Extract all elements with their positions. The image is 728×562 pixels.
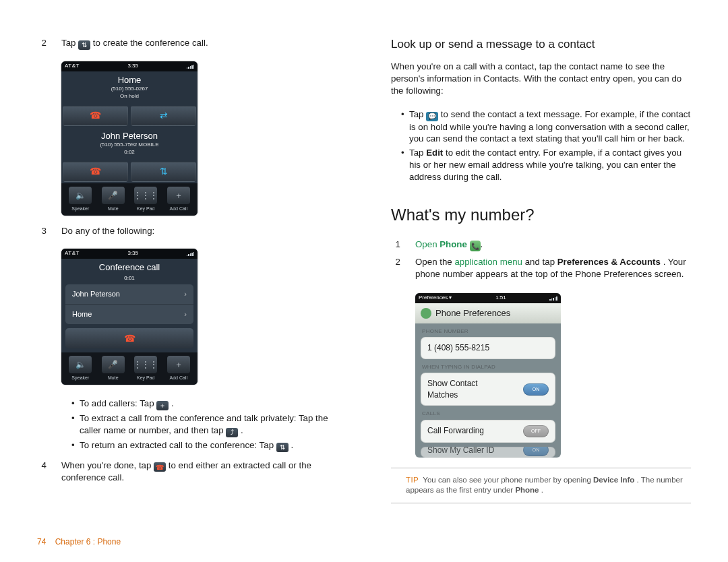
keypad-icon: ⋮⋮⋮ — [134, 187, 157, 204]
call-forwarding-row[interactable]: Call Forwarding OFF — [421, 420, 555, 443]
chevron-right-icon: › — [184, 289, 187, 299]
btn-label: Key Pad — [137, 375, 154, 381]
btn-label: Add Call — [170, 375, 187, 381]
mute-icon: 🎤 — [102, 187, 125, 204]
chat-icon: 💬 — [426, 112, 438, 121]
keypad-button[interactable]: ⋮⋮⋮Key Pad — [129, 187, 162, 212]
extract-call-icon: ⤴ — [226, 428, 238, 437]
phone-app-icon: 📞 — [470, 241, 481, 251]
row-label: Show My Caller ID — [427, 447, 494, 456]
step-body: Tap ⇅ to create the conference call. — [61, 37, 334, 50]
add-call-button[interactable]: ＋Add Call — [162, 187, 195, 212]
step-body: Do any of the following: — [61, 225, 334, 237]
b2-bold: Edit — [426, 148, 443, 158]
menu-label[interactable]: Preferences ▾ — [419, 294, 452, 302]
btn-label: Mute — [108, 206, 119, 212]
open-link-bold: Phone — [439, 239, 467, 249]
step-number: 2 — [391, 256, 400, 280]
participant-row[interactable]: John Peterson › — [65, 284, 193, 305]
caller-name: John Peterson — [61, 130, 198, 142]
step-2: 2 Tap ⇅ to create the conference call. — [37, 37, 334, 50]
tip-bold1: Device Info — [593, 476, 634, 484]
btn-label: Speaker — [71, 375, 89, 381]
speaker-button[interactable]: 🔈Speaker — [64, 356, 97, 381]
menu-text: Preferences — [419, 294, 448, 301]
keypad-icon: ⋮⋮⋮ — [134, 356, 157, 373]
participant-name: Home — [72, 309, 92, 319]
phone-app-icon — [421, 308, 431, 319]
step2-text-pre: Tap — [61, 38, 78, 48]
merge-calls-button[interactable]: ⇅ — [131, 162, 196, 182]
clock-label: 3:35 — [127, 63, 138, 70]
add-call-button[interactable]: ＋Add Call — [162, 356, 195, 381]
status-bar: Preferences ▾ 1:51 — [415, 293, 561, 303]
tip-bold2: Phone — [515, 486, 539, 494]
signal-icon — [549, 296, 557, 301]
mute-button[interactable]: 🎤Mute — [97, 356, 130, 381]
end-call-icon: ☎ — [154, 462, 166, 472]
participant-row[interactable]: Home › — [65, 305, 193, 324]
clock-label: 3:35 — [127, 250, 138, 257]
step-4: 4 When you're done, tap ☎ to end either … — [37, 460, 334, 485]
section-title: What's my number? — [391, 204, 691, 226]
swap-calls-button[interactable]: ⇄ — [131, 106, 196, 126]
caller-number: (510) 555-7592 MOBILE — [61, 142, 198, 149]
contact-actions-list: Tap 💬 to send the contact a text message… — [391, 108, 691, 185]
row-label: Show Contact Matches — [427, 378, 502, 400]
tip-label: TIP — [406, 476, 419, 484]
merge-calls-icon: ⇅ — [78, 40, 90, 50]
s2-pre: Open the — [415, 257, 454, 267]
show-contact-matches-row[interactable]: Show Contact Matches ON — [421, 373, 555, 405]
toggle-off[interactable]: OFF — [523, 425, 549, 437]
btn-label: Key Pad — [137, 206, 154, 212]
application-menu-link[interactable]: application menu — [454, 257, 522, 267]
chevron-right-icon: › — [184, 309, 187, 319]
signal-icon — [187, 64, 195, 69]
phone-preferences-screenshot: Preferences ▾ 1:51 Phone Preferences PHO… — [415, 293, 561, 457]
swap-icon: ⇄ — [160, 109, 168, 122]
clock-label: 1:51 — [495, 294, 506, 302]
end-conference-button[interactable]: ☎ — [65, 328, 193, 348]
mute-icon: 🎤 — [102, 356, 125, 373]
speaker-button[interactable]: 🔈Speaker — [64, 187, 97, 212]
end-call-2-button[interactable]: ☎ — [63, 162, 128, 182]
add-call-icon: ＋ — [156, 401, 169, 410]
toggle-on[interactable]: ON — [523, 447, 549, 457]
open-link[interactable]: Open Phone — [415, 239, 467, 249]
b1-post: to send the contact a text message. For … — [409, 109, 690, 144]
row-label: Call Forwarding — [427, 425, 484, 436]
b3-pre: To return an extracted call to the confe… — [80, 440, 276, 450]
conference-title: Conference call — [61, 259, 198, 275]
list-item: To extract a call from the conference an… — [71, 412, 334, 437]
call-info-2: John Peterson (510) 555-7592 MOBILE 0:02 — [61, 127, 198, 160]
tip-pre: You can also see your phone number by op… — [423, 476, 593, 484]
left-column: 2 Tap ⇅ to create the conference call. A… — [37, 37, 334, 542]
conference-duration: 0:01 — [61, 275, 198, 285]
screen-header: Phone Preferences — [415, 303, 561, 323]
merge-icon: ⇅ — [160, 165, 168, 178]
call-duration: 0:02 — [61, 149, 198, 156]
right-column: Look up or send a message to a contact W… — [391, 37, 691, 542]
keypad-button[interactable]: ⋮⋮⋮Key Pad — [129, 356, 162, 381]
step-body: When you're done, tap ☎ to end either an… — [61, 460, 334, 485]
b2-post: . — [241, 425, 243, 435]
s2-bold: Preferences & Accounts — [557, 257, 661, 267]
speaker-icon: 🔈 — [69, 356, 92, 373]
step-number: 2 — [37, 37, 47, 50]
toggle-on[interactable]: ON — [523, 383, 549, 396]
mute-button[interactable]: 🎤Mute — [97, 187, 130, 212]
speaker-icon: 🔈 — [69, 187, 92, 204]
status-bar: AT&T 3:35 — [61, 249, 198, 259]
b2-pre: Tap — [409, 148, 426, 158]
add-call-icon: ＋ — [167, 187, 190, 204]
btn-label: Speaker — [71, 206, 89, 212]
list-item: To add callers: Tap ＋ . — [71, 398, 334, 410]
end-call-1-button[interactable]: ☎ — [63, 106, 128, 126]
btn-label: Add Call — [170, 206, 187, 212]
add-call-icon: ＋ — [167, 356, 190, 373]
call-toolbar: 🔈Speaker 🎤Mute ⋮⋮⋮Key Pad ＋Add Call — [61, 183, 198, 216]
caller-name: Home — [61, 74, 198, 86]
show-caller-id-row[interactable]: Show My Caller ID ON — [421, 447, 555, 458]
b2-post: to edit the contact entry. For example, … — [409, 148, 681, 182]
step4-pre: When you're done, tap — [61, 460, 154, 470]
